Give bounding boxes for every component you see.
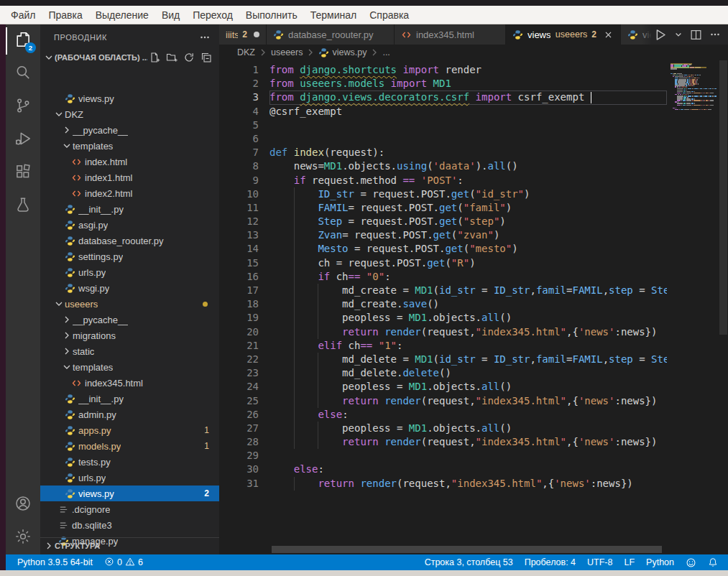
tree-folder-useeers[interactable]: useeers bbox=[40, 296, 219, 312]
line-number[interactable]: 9 bbox=[219, 174, 259, 187]
activity-run-and-debug[interactable] bbox=[6, 124, 40, 157]
code-line-9[interactable]: if request.method == 'POST': bbox=[269, 174, 667, 187]
tree-folder-DKZ[interactable]: DKZ bbox=[40, 106, 219, 122]
tree-file-admin.py[interactable]: admin.py bbox=[40, 407, 219, 422]
line-number[interactable]: 4 bbox=[219, 105, 259, 119]
code-line-11[interactable]: FAMIL= request.POST.get("famil") bbox=[269, 201, 667, 215]
tree-folder-templates[interactable]: templates bbox=[40, 138, 219, 154]
line-number[interactable]: 16 bbox=[219, 270, 259, 284]
more-actions-button[interactable] bbox=[709, 29, 721, 40]
tab-index345.html[interactable]: index345.html bbox=[395, 24, 506, 45]
code-line-27[interactable]: peopless = MD1.objects.all() bbox=[269, 422, 667, 435]
sidebar-more-actions-icon[interactable] bbox=[199, 32, 211, 43]
code-line-22[interactable]: md_delete = MD1(id_str = ID_str,famil=FA… bbox=[269, 353, 667, 366]
breadcrumb-item-views.py[interactable]: views.py bbox=[318, 47, 367, 58]
tree-file-views.py[interactable]: views.py bbox=[40, 90, 219, 106]
tree-file-index345.html[interactable]: index345.html bbox=[40, 375, 219, 391]
line-number[interactable]: 28 bbox=[219, 435, 259, 449]
menu-item-5[interactable]: Переход bbox=[186, 7, 239, 23]
activity-testing[interactable] bbox=[6, 190, 40, 223]
line-number[interactable]: 12 bbox=[219, 215, 259, 228]
line-number[interactable]: 2 bbox=[219, 77, 259, 90]
line-number[interactable]: 6 bbox=[219, 132, 259, 146]
refresh-icon[interactable] bbox=[182, 50, 196, 65]
line-number-gutter[interactable]: 1234567891011121314151617181920212223242… bbox=[219, 60, 259, 491]
tree-file-database_roouter.py[interactable]: database_roouter.py bbox=[40, 233, 219, 248]
menu-item-1[interactable]: Файл bbox=[4, 7, 42, 23]
line-number[interactable]: 29 bbox=[219, 449, 259, 463]
status-indentation[interactable]: Пробелов: 4 bbox=[519, 557, 581, 567]
code-line-16[interactable]: if ch== "0": bbox=[269, 270, 667, 284]
line-number[interactable]: 17 bbox=[219, 284, 259, 297]
tree-file-asgi.py[interactable]: asgi.py bbox=[40, 217, 219, 233]
tree-folder-__pycache__[interactable]: __pycache__ bbox=[40, 312, 219, 328]
code-line-6[interactable] bbox=[269, 132, 667, 146]
code-line-2[interactable]: from useeers.models import MD1 bbox=[269, 77, 667, 90]
line-number[interactable]: 11 bbox=[219, 201, 259, 215]
line-number[interactable]: 31 bbox=[219, 477, 259, 491]
tree-file-apps.py[interactable]: apps.py1 bbox=[40, 422, 219, 438]
tree-file-settings.py[interactable]: settings.py bbox=[40, 248, 219, 264]
code-editor[interactable]: 1234567891011121314151617181920212223242… bbox=[219, 60, 728, 554]
line-number[interactable]: 18 bbox=[219, 297, 259, 311]
code-line-8[interactable]: news=MD1.objects.using('daata').all() bbox=[269, 159, 667, 173]
status-eol[interactable]: LF bbox=[618, 557, 640, 567]
tree-file-__init__.py[interactable]: __init__.py bbox=[40, 201, 219, 217]
collapse-all-icon[interactable] bbox=[199, 50, 213, 65]
code-line-24[interactable]: peopless = MD1.objects.all() bbox=[269, 380, 667, 394]
tree-file-index2.html[interactable]: index2.html bbox=[40, 185, 219, 201]
code-line-30[interactable]: else: bbox=[269, 463, 667, 476]
line-number[interactable]: 15 bbox=[219, 256, 259, 270]
notifications-bell-icon[interactable] bbox=[702, 557, 724, 567]
status-encoding[interactable]: UTF-8 bbox=[581, 557, 618, 567]
code-line-19[interactable]: peopless = MD1.objects.all() bbox=[269, 311, 667, 325]
run-dropdown-icon[interactable] bbox=[674, 30, 683, 39]
vertical-scrollbar-thumb[interactable] bbox=[719, 60, 727, 335]
line-number[interactable]: 10 bbox=[219, 187, 259, 201]
code-line-3[interactable]: from django.views.decorators.csrf import… bbox=[269, 90, 667, 104]
tree-file-tests.py[interactable]: tests.py bbox=[40, 454, 219, 470]
code-line-29[interactable] bbox=[269, 449, 667, 463]
code-line-10[interactable]: ID_str = request.POST.get("id_str") bbox=[269, 187, 667, 201]
tree-file-index.html[interactable]: index.html bbox=[40, 154, 219, 169]
code-line-1[interactable]: from django.shortcuts import render bbox=[269, 63, 667, 77]
code-line-20[interactable]: return render(request,"index345.html",{'… bbox=[269, 325, 667, 339]
line-number[interactable]: 8 bbox=[219, 159, 259, 173]
code-line-5[interactable] bbox=[269, 119, 667, 132]
status-cursor-position[interactable]: Строка 3, столбец 53 bbox=[419, 557, 519, 567]
code-line-25[interactable]: return render(request,"index345.html",{'… bbox=[269, 394, 667, 408]
code-line-7[interactable]: def index(request): bbox=[269, 146, 667, 159]
menu-item-6[interactable]: Выполнить bbox=[239, 7, 304, 23]
code-line-26[interactable]: else: bbox=[269, 408, 667, 422]
tree-folder-migrations[interactable]: migrations bbox=[40, 328, 219, 343]
activity-search[interactable] bbox=[6, 57, 40, 90]
breadcrumb-item-...[interactable]: ... bbox=[382, 47, 390, 57]
tree-file-urls.py[interactable]: urls.py bbox=[40, 470, 219, 486]
tree-file-models.py[interactable]: models.py1 bbox=[40, 438, 219, 454]
status-language[interactable]: Python bbox=[640, 557, 680, 567]
code-line-17[interactable]: md_create = MD1(id_str = ID_str,famil=FA… bbox=[269, 284, 667, 297]
run-python-file-button[interactable] bbox=[653, 28, 667, 42]
code-line-23[interactable]: md_delete.delete() bbox=[269, 366, 667, 380]
line-number[interactable]: 23 bbox=[219, 366, 259, 380]
activity-manage[interactable] bbox=[6, 521, 40, 554]
tree-file-index1.html[interactable]: index1.html bbox=[40, 169, 219, 185]
menu-item-4[interactable]: Вид bbox=[155, 7, 186, 23]
activity-extensions[interactable] bbox=[6, 157, 40, 190]
line-number[interactable]: 5 bbox=[219, 119, 259, 132]
code-line-28[interactable]: return render(request,"index345.html",{'… bbox=[269, 435, 667, 449]
menu-item-3[interactable]: Выделение bbox=[89, 7, 155, 23]
code-line-14[interactable]: Mesto = request.POST.get("mesto") bbox=[269, 242, 667, 256]
line-number[interactable]: 1 bbox=[219, 63, 259, 77]
activity-explorer[interactable]: 2 bbox=[6, 24, 40, 57]
line-number[interactable]: 19 bbox=[219, 311, 259, 325]
code-line-12[interactable]: Step = request.POST.get("step") bbox=[269, 215, 667, 228]
minimap[interactable] bbox=[667, 60, 719, 554]
line-number[interactable]: 25 bbox=[219, 394, 259, 408]
activity-accounts[interactable] bbox=[6, 488, 40, 521]
line-number[interactable]: 21 bbox=[219, 339, 259, 353]
line-number[interactable]: 22 bbox=[219, 353, 259, 366]
code-lines[interactable]: from django.shortcuts import renderfrom … bbox=[269, 60, 667, 491]
code-line-18[interactable]: md_create.save() bbox=[269, 297, 667, 311]
tree-file-wsgi.py[interactable]: wsgi.py bbox=[40, 280, 219, 296]
